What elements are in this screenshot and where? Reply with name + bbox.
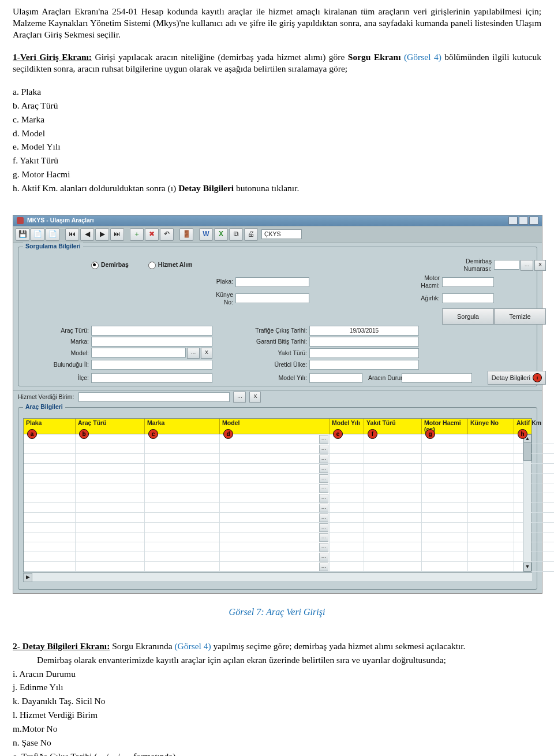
li2-l: l. Hizmet Verdiği Birim <box>13 709 541 721</box>
li2-i: i. Aracın Durumu <box>13 668 541 680</box>
tb-print-icon[interactable]: 🖨 <box>244 228 258 241</box>
v-scrollbar[interactable]: ▲ ▼ <box>523 434 531 572</box>
li-a: a. Plaka <box>13 86 541 98</box>
col-modelyili: Model Yılıe <box>330 419 364 434</box>
ckys-combo[interactable]: ÇKYS <box>261 229 302 239</box>
li-g: g. Motor Hacmi <box>13 169 541 180</box>
lookup-model[interactable]: … <box>187 348 200 359</box>
clear-hizmetbirim[interactable]: X <box>249 392 261 403</box>
table-row[interactable]: … <box>24 552 531 562</box>
clear-model[interactable]: X <box>201 348 212 359</box>
fld-yakitturu[interactable] <box>309 348 419 358</box>
tb-word-icon[interactable]: W <box>199 228 213 241</box>
fld-marka[interactable] <box>91 337 212 347</box>
group-arac-title: Araç Bilgileri <box>23 403 65 411</box>
lbl-il: Bulunduğu İl: <box>23 361 91 368</box>
table-row[interactable]: … <box>24 542 531 552</box>
lbl-marka: Marka: <box>23 338 91 345</box>
fld-motorhacmi[interactable] <box>442 277 494 287</box>
fld-plaka[interactable] <box>235 277 309 287</box>
tb-ex2-icon[interactable]: 📄 <box>46 228 59 241</box>
li2-m: m.Motor No <box>13 723 541 735</box>
window-controls[interactable] <box>508 217 538 225</box>
fld-garantibitis[interactable] <box>309 337 419 347</box>
badge-i: ı <box>533 373 542 382</box>
section2: 2- Detay Bilgileri Ekranı: Sorgu Ekranın… <box>13 640 541 652</box>
lbl-agirlik: Ağırlık: <box>419 295 442 302</box>
lookup-demirbasno[interactable]: … <box>521 260 533 271</box>
col-aracturu: Araç Türüb <box>76 419 145 434</box>
table-row[interactable]: … <box>24 562 531 572</box>
clear-demirbasno[interactable]: X <box>534 260 546 271</box>
tb-undo-icon[interactable]: ↶ <box>160 228 174 241</box>
li-c: c. Marka <box>13 114 541 125</box>
row-hizmetbirim: Hizmet Verdiği Birim: … X <box>13 390 542 404</box>
table-row[interactable]: … <box>24 474 531 483</box>
tb-next-icon[interactable]: ▶ <box>95 228 109 241</box>
table-row[interactable]: … <box>24 454 531 464</box>
btn-temizle[interactable]: Temizle <box>494 308 546 325</box>
lbl-hizmetbirim: Hizmet Verdiği Birim: <box>18 393 76 401</box>
table-row[interactable]: … <box>24 513 531 523</box>
fld-trafcikis[interactable]: 19/03/2015 <box>309 326 419 336</box>
col-motorhacmi: Motor Hacmi (cc)g <box>422 419 468 434</box>
tb-prev-icon[interactable]: ◀ <box>80 228 94 241</box>
li2-o: o. Trafiğe Çıkış Tarihi (…/…/…. formatın… <box>13 751 541 756</box>
lbl-model: Model: <box>23 349 91 357</box>
lbl-plaka: Plaka: <box>212 278 235 285</box>
fld-agirlik[interactable] <box>442 293 494 303</box>
li-h: h. Aktif Km. alanları doldurulduktan son… <box>13 183 541 194</box>
tb-del-icon[interactable]: ✖ <box>145 228 159 241</box>
h-scrollbar[interactable]: ◀ ▶ <box>23 572 532 581</box>
table-row[interactable]: … <box>24 444 531 454</box>
radio-demirbas[interactable]: Demirbaş <box>91 261 129 269</box>
tb-exit-icon[interactable]: 🚪 <box>179 228 193 241</box>
app-window: MKYS - Ulaşım Araçları 💾 📄 📄 ⏮ ◀ ▶ ⏭ ＋ ✖… <box>13 215 542 594</box>
tb-first-icon[interactable]: ⏮ <box>65 228 79 241</box>
group-sorgulama-title: Sorgulama Bilgileri <box>23 243 83 250</box>
row-lookup-icon[interactable]: … <box>319 435 328 444</box>
fld-ureticiulke[interactable] <box>309 360 419 370</box>
btn-sorgula[interactable]: Sorgula <box>442 308 494 325</box>
tb-misc-icon[interactable]: ⧉ <box>229 228 243 241</box>
fld-demirbasno[interactable] <box>494 260 519 270</box>
tb-excel-icon[interactable]: X <box>214 228 228 241</box>
tb-add-icon[interactable]: ＋ <box>130 228 144 241</box>
radio-hizmet[interactable]: Hizmet Alım <box>148 261 193 269</box>
tb-ex1-icon[interactable]: 📄 <box>31 228 44 241</box>
btn-detay[interactable]: Detay Bilgileri ı <box>488 371 546 385</box>
para-intro: Ulaşım Araçları Ekranı'na 254-01 Hesap k… <box>13 6 541 40</box>
lbl-motorhacmi: Motor Hacmi: <box>419 274 442 290</box>
tb-last-icon[interactable]: ⏭ <box>110 228 124 241</box>
radio-row: Demirbaş Hizmet Alım <box>91 261 309 269</box>
fld-kunye[interactable] <box>235 293 309 303</box>
li-f: f. Yakıt Türü <box>13 155 541 166</box>
col-plaka: Plakaa <box>24 419 76 434</box>
fld-il[interactable] <box>91 360 212 370</box>
table-row[interactable]: … <box>24 503 531 513</box>
lbl-ilce: İlçe: <box>23 374 91 382</box>
fld-model[interactable] <box>91 348 186 357</box>
table-row[interactable]: … <box>24 523 531 532</box>
fld-aracturu[interactable] <box>91 326 212 336</box>
table-row[interactable]: … <box>24 493 531 503</box>
lbl-modelyili: Model Yılı: <box>235 374 309 382</box>
table-row[interactable]: … <box>24 464 531 474</box>
table-row[interactable]: … <box>24 483 531 493</box>
fld-modelyili[interactable] <box>309 373 362 383</box>
table-row[interactable]: … <box>24 434 531 444</box>
fld-ilce[interactable] <box>91 373 212 383</box>
app-title-text: MKYS - Ulaşım Araçları <box>27 217 94 224</box>
table-row[interactable]: … <box>24 532 531 542</box>
li-b: b. Araç Türü <box>13 100 541 111</box>
toolbar: 💾 📄 📄 ⏮ ◀ ▶ ⏭ ＋ ✖ ↶ 🚪 W X ⧉ 🖨 ÇKYS <box>13 226 542 243</box>
lbl-kunye: Künye No: <box>212 291 235 307</box>
lookup-hizmetbirim[interactable]: … <box>233 392 246 403</box>
section2-para2: Demirbaş olarak envanterimizde kayıtlı a… <box>13 654 541 666</box>
app-icon <box>17 217 24 224</box>
col-marka: Markac <box>145 419 220 434</box>
tb-save-icon[interactable]: 💾 <box>16 228 29 241</box>
lbl-aracturu: Araç Türü: <box>23 327 91 334</box>
lbl-demirbasno: Demirbaş Numarası: <box>442 258 494 273</box>
fld-hizmetbirim[interactable] <box>78 392 230 402</box>
